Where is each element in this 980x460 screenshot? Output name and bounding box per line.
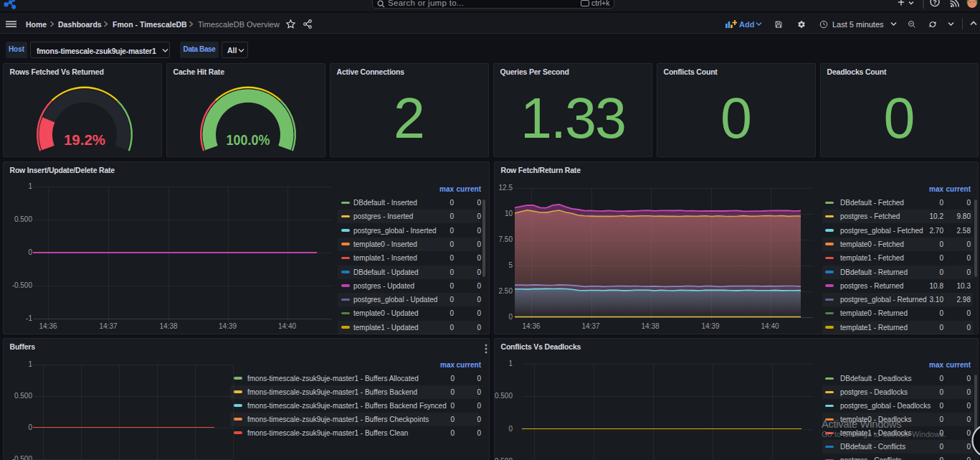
- svg-text:?: ?: [933, 0, 937, 6]
- svg-text:19.2%: 19.2%: [64, 131, 105, 148]
- svg-text:100.0%: 100.0%: [227, 131, 270, 148]
